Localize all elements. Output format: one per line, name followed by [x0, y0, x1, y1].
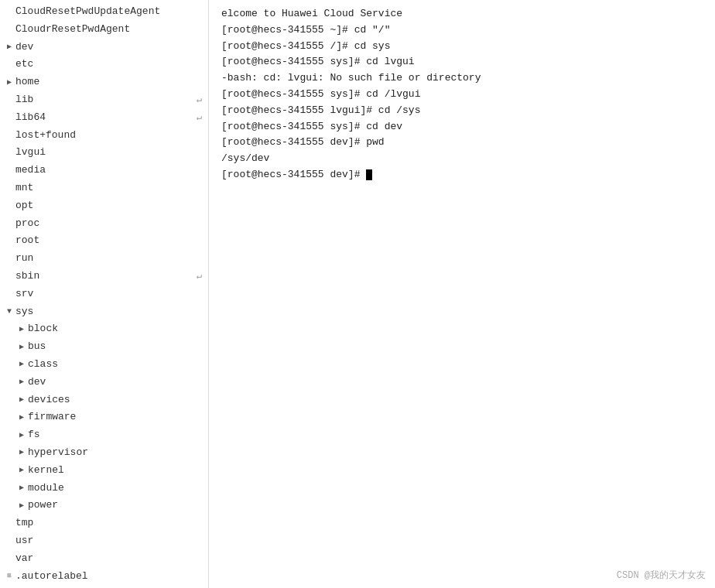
tree-item-run[interactable]: run [0, 250, 208, 268]
terminal-line-2: [root@hecs-341555 sys]# cd lvgui [221, 54, 703, 70]
tree-arrow-fs: ▶ [15, 429, 28, 442]
tree-arrow-sys: ▼ [3, 306, 15, 318]
tree-label-lost+found: lost+found [15, 128, 208, 144]
tree-label-etc: etc [15, 56, 208, 73]
tree-item-block[interactable]: ▶block [0, 320, 208, 338]
terminal-line-7: [root@hecs-341555 dev]# pwd [221, 135, 703, 151]
tree-item-etc[interactable]: etc [0, 56, 208, 74]
tree-item-devices[interactable]: ▶devices [0, 391, 208, 409]
tree-item-kernel[interactable]: ▶kernel [0, 462, 208, 480]
tree-label-lib64: lib64 [15, 110, 197, 126]
terminal-line-0: [root@hecs-341555 ~]# cd "/" [221, 22, 703, 39]
watermark: CSDN @我的天才女友 [617, 569, 706, 582]
tree-label-usr: usr [15, 533, 208, 549]
tree-label-sys: sys [15, 304, 208, 320]
tree-label-block: block [28, 321, 208, 337]
tree-arrow-devices: ▶ [15, 394, 28, 406]
tree-arrow-power: ▶ [15, 500, 28, 512]
tree-arrow-module: ▶ [15, 482, 28, 494]
tree-item-lib64[interactable]: lib64↵ [0, 109, 208, 127]
tree-item-sys[interactable]: ▼sys [0, 303, 208, 321]
terminal-welcome: elcome to Huawei Cloud Service [221, 6, 703, 22]
terminal-line-5: [root@hecs-341555 lvgui]# cd /sys [221, 103, 703, 119]
tree-item-module[interactable]: ▶module [0, 480, 208, 497]
tree-arrow-autorelabel: ≡ [3, 570, 15, 583]
terminal-line-6: [root@hecs-341555 sys]# cd dev [221, 119, 703, 135]
tree-label-CloudrResetPwdAgent: CloudrResetPwdAgent [15, 22, 208, 38]
tree-label-lvgui: lvgui [15, 145, 208, 161]
terminal-line-1: [root@hecs-341555 /]# cd sys [221, 39, 703, 55]
tree-item-usr[interactable]: usr [0, 532, 208, 550]
tree-item-media[interactable]: media [0, 162, 208, 179]
tree-item-lib[interactable]: lib↵ [0, 91, 208, 109]
tree-arrow-block: ▶ [15, 323, 28, 336]
file-tree[interactable]: CloudResetPwdUpdateAgentCloudrResetPwdAg… [0, 0, 209, 588]
tree-arrow-hypervisor: ▶ [15, 446, 28, 459]
tree-label-sbin: sbin [15, 268, 197, 285]
terminal-line-3: -bash: cd: lvgui: No such file or direct… [221, 70, 703, 87]
tree-item-class[interactable]: ▶class [0, 356, 208, 374]
terminal-cursor [366, 169, 372, 180]
tree-label-dev: dev [15, 39, 208, 56]
tree-label-kernel: kernel [28, 463, 208, 479]
tree-item-tmp[interactable]: tmp [0, 514, 208, 532]
tree-item-lost+found[interactable]: lost+found [0, 127, 208, 145]
terminal-line-9: [root@hecs-341555 dev]# [221, 167, 703, 183]
symlink-icon-lib64: ↵ [197, 111, 202, 125]
tree-item-sbin[interactable]: sbin↵ [0, 268, 208, 285]
tree-label-var: var [15, 551, 208, 567]
tree-label-bus: bus [28, 339, 208, 355]
tree-item-firmware[interactable]: ▶firmware [0, 409, 208, 426]
tree-label-module: module [28, 480, 208, 497]
tree-arrow-firmware: ▶ [15, 412, 28, 424]
terminal-line-4: [root@hecs-341555 sys]# cd /lvgui [221, 87, 703, 103]
tree-item-var[interactable]: var [0, 550, 208, 568]
tree-label-media: media [15, 162, 208, 179]
tree-label-run: run [15, 251, 208, 267]
tree-arrow-kernel: ▶ [15, 464, 28, 477]
tree-label-class: class [28, 357, 208, 373]
tree-item-lvgui[interactable]: lvgui [0, 144, 208, 162]
symlink-icon-sbin: ↵ [197, 269, 202, 284]
tree-label-CloudResetPwdUpdateAgent: CloudResetPwdUpdateAgent [15, 4, 208, 20]
tree-arrow-bus: ▶ [15, 341, 28, 354]
tree-item-hypervisor[interactable]: ▶hypervisor [0, 444, 208, 462]
terminal-panel: elcome to Huawei Cloud Service[root@hecs… [209, 0, 715, 588]
tree-arrow-home: ▶ [3, 77, 15, 89]
tree-item-bus[interactable]: ▶bus [0, 338, 208, 356]
tree-label-mnt: mnt [15, 180, 208, 197]
tree-item-proc[interactable]: proc [0, 215, 208, 233]
tree-item-root[interactable]: root [0, 232, 208, 250]
tree-item-CloudrResetPwdAgent[interactable]: CloudrResetPwdAgent [0, 21, 208, 39]
tree-label-power: power [28, 497, 208, 514]
tree-label-hypervisor: hypervisor [28, 445, 208, 461]
tree-item-dev[interactable]: ▶dev [0, 39, 208, 56]
tree-label-opt: opt [15, 198, 208, 214]
tree-item-dev2[interactable]: ▶dev [0, 374, 208, 391]
tree-item-opt[interactable]: opt [0, 197, 208, 215]
tree-label-tmp: tmp [15, 515, 208, 532]
tree-item-home[interactable]: ▶home [0, 74, 208, 91]
tree-label-root: root [15, 233, 208, 249]
tree-label-dev2: dev [28, 374, 208, 391]
tree-arrow-dev2: ▶ [15, 376, 28, 388]
tree-label-fs: fs [28, 427, 208, 443]
tree-item-fs[interactable]: ▶fs [0, 426, 208, 444]
tree-label-autorelabel: .autorelabel [15, 569, 208, 585]
tree-item-power[interactable]: ▶power [0, 497, 208, 514]
tree-item-iptables[interactable]: ≡iptables [0, 585, 208, 588]
tree-label-firmware: firmware [28, 409, 208, 426]
tree-label-home: home [15, 74, 208, 91]
tree-label-srv: srv [15, 286, 208, 303]
tree-item-mnt[interactable]: mnt [0, 179, 208, 197]
tree-arrow-dev: ▶ [3, 41, 15, 53]
tree-item-srv[interactable]: srv [0, 285, 208, 303]
tree-arrow-class: ▶ [15, 358, 28, 371]
symlink-icon-lib: ↵ [197, 93, 202, 108]
tree-item-autorelabel[interactable]: ≡.autorelabel [0, 568, 208, 586]
tree-label-proc: proc [15, 216, 208, 232]
tree-item-CloudResetPwdUpdateAgent[interactable]: CloudResetPwdUpdateAgent [0, 3, 208, 21]
tree-label-devices: devices [28, 392, 208, 409]
tree-label-lib: lib [15, 92, 197, 108]
terminal-line-8: /sys/dev [221, 151, 703, 167]
